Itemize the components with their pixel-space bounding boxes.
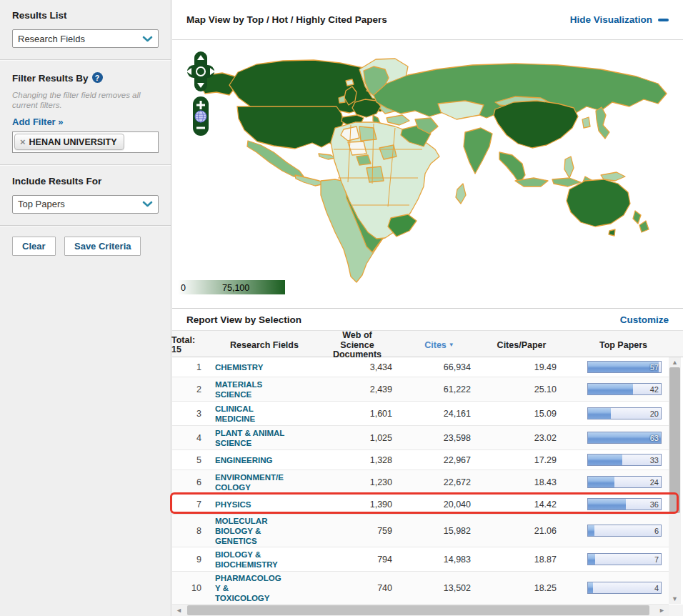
scroll-right-icon[interactable]: ►: [659, 605, 665, 616]
scroll-left-icon[interactable]: ◄: [176, 605, 182, 616]
rank-cell: 9: [172, 555, 214, 565]
cites-per-paper-value: 18.87: [479, 555, 564, 565]
research-field-link[interactable]: ENVIRONMENT/E COLOGY: [215, 473, 284, 492]
customize-link[interactable]: Customize: [620, 314, 669, 325]
cites-value: 24,161: [399, 409, 479, 419]
bar-fill: [588, 554, 595, 565]
include-results-dropdown-value: Top Papers: [18, 199, 65, 209]
top-papers-value: 33: [650, 456, 659, 465]
research-field-link[interactable]: MOLECULAR BIOLOGY & GENETICS: [215, 517, 267, 545]
horizontal-scrollbar[interactable]: ◄ ►: [172, 605, 669, 616]
field-cell: BIOLOGY & BIOCHEMISTRY: [214, 550, 315, 570]
bar-fill: [588, 477, 614, 487]
table-row: 10PHARMACOLOG Y & TOXICOLOGY74013,50218.…: [172, 572, 669, 605]
results-list-heading: Results List: [12, 10, 159, 21]
filter-note: Changing the filter field removes all cu…: [12, 90, 159, 110]
research-field-link[interactable]: PHYSICS: [215, 500, 251, 509]
table-row: 3CLINICAL MEDICINE1,60124,16115.0920: [172, 402, 669, 426]
map-area: 0 75,100: [172, 41, 683, 308]
rank-cell: 10: [172, 583, 214, 593]
cites-per-paper-value: 15.09: [479, 409, 564, 419]
filter-tag: × HENAN UNIVERSITY: [14, 134, 124, 150]
map-color-scale: 0 75,100: [178, 280, 285, 294]
cites-value: 14,983: [399, 555, 479, 565]
field-cell: ENVIRONMENT/E COLOGY: [214, 472, 315, 492]
report-title: Report View by Selection: [186, 314, 301, 325]
help-icon[interactable]: ?: [92, 72, 103, 83]
top-papers-value: 36: [650, 500, 659, 509]
hide-visualization-label: Hide Visualization: [570, 14, 652, 25]
top-papers-cell: 36: [564, 498, 669, 510]
add-filter-link[interactable]: Add Filter »: [12, 116, 159, 127]
research-field-link[interactable]: MATERIALS SCIENCE: [215, 380, 262, 399]
top-papers-cell: 57: [564, 361, 669, 373]
table-row: 1CHEMISTRY3,43466,93419.4957: [172, 357, 669, 377]
cites-per-paper-value: 14.42: [479, 500, 564, 510]
column-header-cites-per-paper[interactable]: Cites/Paper: [479, 341, 564, 351]
scroll-up-icon[interactable]: ▲: [669, 357, 681, 367]
scroll-down-icon[interactable]: ▼: [669, 594, 681, 604]
rank-cell: 2: [172, 384, 214, 394]
vertical-scroll-thumb[interactable]: [669, 367, 680, 513]
remove-tag-icon[interactable]: ×: [20, 136, 26, 147]
actions-section: Clear Save Criteria: [0, 227, 171, 267]
filter-tag-label: HENAN UNIVERSITY: [29, 137, 117, 147]
filter-tag-input[interactable]: × HENAN UNIVERSITY: [12, 131, 159, 153]
map-continents: [199, 59, 667, 282]
rank-cell: 8: [172, 526, 214, 536]
zoom-out-icon[interactable]: [196, 127, 205, 129]
top-papers-bar: 42: [587, 383, 662, 395]
cites-per-paper-value: 21.06: [479, 526, 564, 536]
world-map: 0 75,100: [172, 41, 683, 308]
docs-value: 1,390: [315, 500, 399, 510]
save-criteria-button[interactable]: Save Criteria: [64, 237, 141, 256]
include-results-dropdown[interactable]: Top Papers: [12, 195, 159, 214]
filter-heading: Filter Results By?: [12, 72, 159, 84]
top-papers-value: 63: [650, 434, 659, 442]
globe-icon: [195, 111, 206, 122]
top-papers-bar: 33: [587, 454, 662, 466]
column-header-top-papers[interactable]: Top Papers: [564, 341, 683, 351]
results-list-dropdown[interactable]: Research Fields: [12, 29, 159, 48]
bar-fill: [588, 408, 611, 419]
top-papers-bar: 7: [587, 553, 662, 565]
top-papers-bar: 20: [587, 407, 662, 419]
column-header-research-fields[interactable]: Research Fields: [214, 341, 315, 351]
table-body: 1CHEMISTRY3,43466,93419.49572MATERIALS S…: [172, 357, 669, 605]
research-field-link[interactable]: CLINICAL MEDICINE: [215, 404, 255, 423]
cites-value: 61,222: [399, 384, 479, 394]
top-papers-bar: 36: [587, 498, 662, 510]
table-row: 5ENGINEERING1,32822,96717.2933: [172, 450, 669, 470]
cites-value: 15,982: [399, 526, 479, 536]
table-row: 8MOLECULAR BIOLOGY & GENETICS75915,98221…: [172, 515, 669, 547]
horizontal-scroll-thumb[interactable]: [187, 605, 649, 615]
column-header-cites[interactable]: Cites▼: [399, 340, 479, 351]
field-cell: ENGINEERING: [214, 455, 315, 465]
docs-value: 1,601: [315, 409, 399, 419]
results-list-section: Results List Research Fields: [0, 0, 171, 59]
research-field-link[interactable]: PLANT & ANIMAL SCIENCE: [215, 429, 284, 447]
top-papers-bar: 6: [587, 525, 662, 537]
research-field-link[interactable]: BIOLOGY & BIOCHEMISTRY: [215, 550, 278, 569]
vertical-scrollbar[interactable]: ▲ ▼: [669, 357, 681, 604]
table-header: Total: 15 Research Fields Web of Science…: [172, 330, 683, 357]
results-list-dropdown-value: Research Fields: [18, 34, 85, 44]
cites-value: 66,934: [399, 362, 479, 372]
top-papers-cell: 42: [564, 383, 669, 395]
cites-per-paper-value: 19.49: [479, 362, 564, 372]
clear-button[interactable]: Clear: [12, 237, 56, 256]
cites-value: 22,967: [399, 455, 479, 465]
docs-value: 740: [315, 583, 399, 593]
research-field-link[interactable]: ENGINEERING: [215, 456, 273, 465]
docs-value: 3,434: [315, 362, 399, 372]
filter-heading-label: Filter Results By: [12, 73, 89, 84]
research-field-link[interactable]: CHEMISTRY: [215, 363, 263, 372]
research-field-link[interactable]: PHARMACOLOG Y & TOXICOLOGY: [215, 574, 281, 602]
hide-visualization-link[interactable]: Hide Visualization: [570, 14, 669, 25]
map-zoom-control[interactable]: [193, 96, 209, 136]
docs-value: 794: [315, 555, 399, 565]
column-header-wos-documents[interactable]: Web of Science Documents: [315, 331, 399, 360]
top-papers-cell: 6: [564, 525, 669, 537]
top-papers-value: 57: [650, 363, 659, 372]
docs-value: 1,328: [315, 455, 399, 465]
